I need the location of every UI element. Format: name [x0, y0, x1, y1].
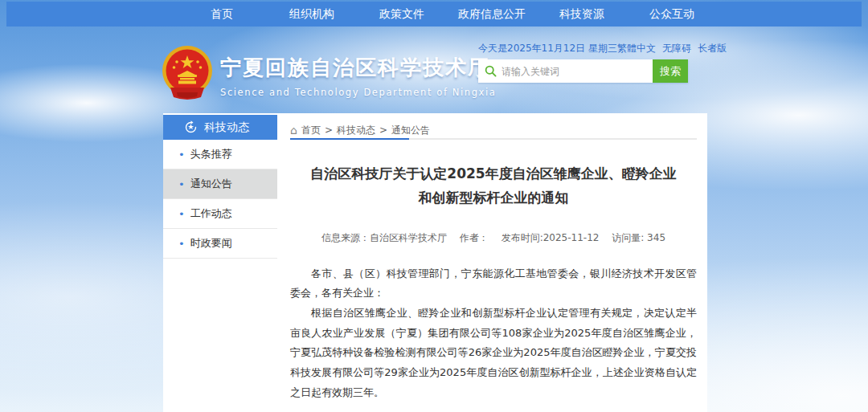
- sidebar-item-notices[interactable]: • 通知公告: [163, 169, 277, 199]
- breadcrumb-separator: >: [379, 124, 387, 136]
- emblem-icon: [161, 46, 214, 100]
- site-title-block: 宁夏回族自治区科学技术厅 Science and Technology Depa…: [220, 54, 496, 98]
- bullet-icon: •: [178, 239, 185, 249]
- site-title: 宁夏回族自治区科学技术厅: [220, 54, 496, 82]
- bullet-icon: •: [178, 179, 185, 190]
- breadcrumb-divider: [290, 138, 697, 140]
- sidebar-item-political-news[interactable]: • 时政要闻: [163, 229, 277, 259]
- article-meta: 信息来源：自治区科学技术厅 作者： 发布时间:2025-11-12 访问量: 3…: [290, 231, 697, 245]
- sidebar: 科技动态 • 头条推荐 • 通知公告 • 工作动态 • 时政要闻: [163, 115, 277, 259]
- link-elderly-version[interactable]: 长者版: [698, 42, 727, 55]
- article-paragraph: 根据自治区雏鹰企业、瞪羚企业和创新型标杆企业认定管理有关规定，决定认定半亩良人农…: [290, 304, 697, 402]
- meta-publish-time: 发布时间:2025-11-12: [502, 232, 600, 243]
- sidebar-item-label: 时政要闻: [190, 236, 232, 251]
- article-title-line1: 自治区科技厅关于认定2025年度自治区雏鹰企业、瞪羚企业: [290, 162, 697, 186]
- current-date: 今天是2025年11月12日 星期三: [478, 42, 617, 55]
- article-title: 自治区科技厅关于认定2025年度自治区雏鹰企业、瞪羚企业 和创新型标杆企业的通知: [290, 162, 697, 210]
- sidebar-item-label: 通知公告: [190, 177, 232, 191]
- sidebar-item-headlines[interactable]: • 头条推荐: [163, 140, 277, 169]
- sidebar-header: 科技动态: [163, 115, 277, 140]
- breadcrumb-tech-news[interactable]: 科技动态: [337, 124, 375, 137]
- search-button[interactable]: 搜索: [653, 59, 688, 83]
- nav-item-public-interaction[interactable]: 公众互动: [627, 7, 717, 22]
- main-content-card: 科技动态 • 头条推荐 • 通知公告 • 工作动态 • 时政要闻 ⌂ 首页 > …: [163, 113, 707, 412]
- search-bar: 搜索: [478, 59, 688, 83]
- breadcrumb-home[interactable]: 首页: [301, 124, 321, 137]
- bullet-icon: •: [178, 149, 185, 160]
- sidebar-title: 科技动态: [204, 120, 249, 135]
- link-traditional-chinese[interactable]: 繁體中文: [617, 42, 656, 55]
- nav-item-organization[interactable]: 组织机构: [267, 7, 357, 22]
- breadcrumb: ⌂ 首页 > 科技动态 > 通知公告: [290, 113, 697, 138]
- search-input[interactable]: [502, 66, 653, 77]
- sidebar-item-work-updates[interactable]: • 工作动态: [163, 199, 277, 229]
- meta-author: 作者：: [460, 232, 489, 243]
- article-body: 各市、县（区）科技管理部门，宁东能源化工基地管委会，银川经济技术开发区管委会，各…: [290, 264, 697, 403]
- nav-item-home[interactable]: 首页: [177, 7, 267, 22]
- tech-news-icon: [184, 120, 198, 134]
- search-icon: [485, 65, 497, 77]
- home-icon: ⌂: [290, 124, 297, 137]
- site-subtitle: Science and Technology Department of Nin…: [220, 87, 496, 98]
- header-meta-bar: 今天是2025年11月12日 星期三 繁體中文 无障碍 长者版: [478, 42, 702, 55]
- breadcrumb-separator: >: [325, 124, 333, 136]
- bullet-icon: •: [178, 209, 185, 219]
- search-input-wrap: [478, 59, 653, 83]
- utility-links: 繁體中文 无障碍 长者版: [617, 42, 727, 55]
- meta-source: 信息来源：自治区科学技术厅: [321, 232, 447, 243]
- sidebar-item-label: 工作动态: [190, 206, 232, 221]
- nav-item-gov-info-disclosure[interactable]: 政府信息公开: [447, 7, 537, 22]
- nav-item-policy-documents[interactable]: 政策文件: [357, 7, 447, 22]
- nav-item-tech-resources[interactable]: 科技资源: [537, 7, 627, 22]
- meta-visits: 访问量: 345: [612, 232, 665, 243]
- national-emblem-logo: [161, 46, 214, 100]
- article-title-line2: 和创新型标杆企业的通知: [290, 186, 697, 210]
- article-area: ⌂ 首页 > 科技动态 > 通知公告 自治区科技厅关于认定2025年度自治区雏鹰…: [290, 113, 697, 412]
- top-navigation: 首页 组织机构 政策文件 政府信息公开 科技资源 公众互动: [6, 2, 862, 27]
- sidebar-item-label: 头条推荐: [190, 147, 232, 161]
- breadcrumb-notices[interactable]: 通知公告: [391, 124, 430, 137]
- article-paragraph: 各市、县（区）科技管理部门，宁东能源化工基地管委会，银川经济技术开发区管委会，各…: [290, 264, 697, 304]
- link-accessibility[interactable]: 无障碍: [662, 42, 691, 55]
